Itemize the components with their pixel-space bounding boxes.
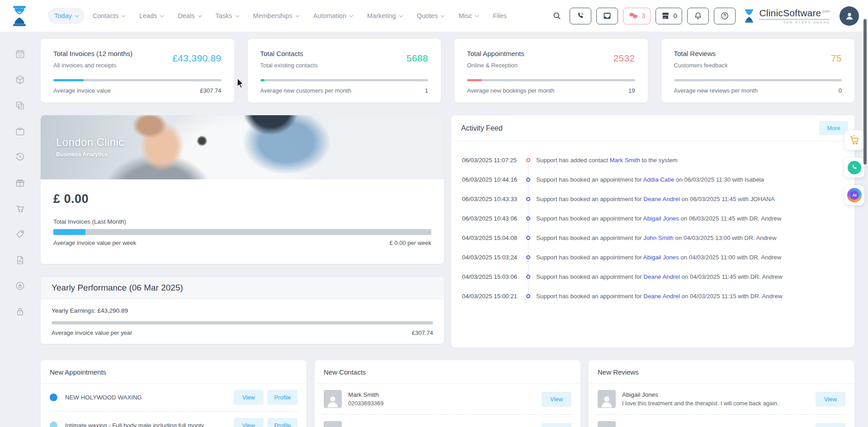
avg-year-label: Average invoice value per year <box>52 329 132 336</box>
nav-item-contacts[interactable]: Contacts <box>86 8 131 24</box>
notifications-button[interactable] <box>687 8 709 24</box>
feed-text: Support has booked an appointment for De… <box>536 293 783 300</box>
view-button[interactable]: View <box>234 418 264 427</box>
stat-value: 75 <box>831 53 842 64</box>
chevron-down-icon <box>75 13 78 17</box>
feed-marker <box>520 267 536 286</box>
feed-text: Support has booked an appointment for Jo… <box>536 235 777 241</box>
copy-icon[interactable] <box>15 100 26 111</box>
calendar-import-icon[interactable] <box>15 126 26 137</box>
inbox-icon <box>603 11 612 20</box>
feed-marker <box>520 209 536 228</box>
clinic-overview-card: London Clinic Business Analytics £ 0.00 … <box>41 115 444 264</box>
view-button[interactable]: View <box>234 390 264 405</box>
nav-item-today[interactable]: Today <box>48 8 85 24</box>
feed-timestamp: 04/03/2025 15:03:24 <box>462 254 520 261</box>
feed-timestamp: 06/03/2025 10:43:06 <box>462 215 520 222</box>
feed-marker <box>520 189 536 209</box>
feed-row: 06/03/2025 10:44:16 Support has booked a… <box>462 170 844 189</box>
stat-footer-label: Average new reviews per month <box>674 87 758 94</box>
contact-link[interactable]: Abigail Jones <box>643 254 679 261</box>
bell-icon <box>693 11 703 20</box>
nav-item-files[interactable]: Files <box>486 8 513 24</box>
tag-icon[interactable] <box>15 229 26 240</box>
person-icon <box>599 393 614 408</box>
calls-button[interactable] <box>570 8 591 24</box>
whatsapp-icon[interactable] <box>844 158 864 178</box>
stat-footer-label: Average new bookings per month <box>467 87 554 94</box>
nav-item-memberships[interactable]: Memberships <box>247 8 305 24</box>
chevron-down-icon <box>122 13 125 17</box>
contact-link[interactable]: John Smith <box>643 235 674 241</box>
feed-text: Support has added contact Mark Smith to … <box>536 157 678 164</box>
chevron-down-icon <box>399 13 402 17</box>
chat-icon <box>628 11 638 21</box>
feed-timestamp: 06/03/2025 11:07:25 <box>462 157 520 164</box>
last-month-progressbar <box>53 229 431 235</box>
chat-button[interactable]: 3 <box>623 8 651 24</box>
nav-item-leads[interactable]: Leads <box>133 8 170 24</box>
stat-title: Total Contacts <box>260 50 429 57</box>
feed-text: Support has booked an appointment for De… <box>536 273 783 280</box>
nav-item-misc[interactable]: Misc <box>452 8 485 24</box>
nav-item-quotes[interactable]: Quotes <box>410 8 451 24</box>
feed-timestamp: 06/03/2025 10:44:16 <box>462 176 520 183</box>
main-content: Total Invoices (12 months) All invoices … <box>41 32 854 427</box>
contact-link[interactable]: Mark Smith <box>610 157 640 164</box>
lock-icon[interactable] <box>15 306 26 317</box>
left-sidebar: 12 <box>0 32 41 427</box>
store-button[interactable]: 0 <box>656 8 682 24</box>
account-lock-icon[interactable] <box>15 281 26 291</box>
cart-orange-icon[interactable] <box>844 130 864 150</box>
brand-name: ClinicSoftware <box>759 8 821 18</box>
vertical-scrollbar[interactable] <box>863 19 867 164</box>
brand-tld: .com <box>821 9 830 14</box>
contact-link[interactable]: Deane Andrel <box>643 196 680 202</box>
nav-item-deals[interactable]: Deals <box>171 8 207 24</box>
view-button[interactable]: View <box>542 392 571 407</box>
avatar-icon <box>844 10 855 21</box>
view-button[interactable]: View <box>542 423 571 427</box>
calendar-icon[interactable]: 12 <box>15 49 26 60</box>
clinic-name: London Clinic <box>56 136 124 149</box>
stat-progressbar <box>467 79 635 81</box>
profile-button[interactable]: Profile <box>268 418 297 427</box>
activity-more-button[interactable]: More <box>819 121 848 135</box>
nav-item-tasks[interactable]: Tasks <box>209 8 245 24</box>
store-count-badge: 0 <box>673 12 677 19</box>
stat-title: Total Appointments <box>467 50 635 57</box>
view-button[interactable]: View <box>816 423 845 427</box>
last-month-amount: £ 0.00 <box>53 192 431 206</box>
stat-progressbar <box>260 79 429 81</box>
nav-item-marketing[interactable]: Marketing <box>361 8 409 24</box>
view-button[interactable]: View <box>816 392 845 407</box>
hourglass-icon <box>10 5 28 27</box>
history-icon[interactable] <box>15 152 26 163</box>
gift-icon[interactable] <box>15 178 26 188</box>
cart-icon[interactable] <box>15 203 26 214</box>
inbox-button[interactable] <box>596 8 618 24</box>
timeline-dot-icon <box>526 216 530 221</box>
search-button[interactable] <box>550 9 565 23</box>
person-icon <box>599 424 614 427</box>
feed-row: 06/03/2025 10:43:33 Support has booked a… <box>462 189 844 209</box>
contact-link[interactable]: Deane Andrel <box>643 273 680 280</box>
app-logo-icon[interactable] <box>9 5 30 27</box>
yearly-performance-title: Yearly Performance (06 Mar 2025) <box>41 277 444 299</box>
contact-link[interactable]: Addia Catie <box>643 176 675 183</box>
chevron-down-icon <box>295 13 299 17</box>
profile-button[interactable]: Profile <box>268 390 297 405</box>
quick-action-bar: AI <box>844 130 864 205</box>
package-icon[interactable] <box>15 75 26 85</box>
contact-link[interactable]: Abigail Jones <box>643 215 679 222</box>
timeline-dot-icon <box>526 236 530 240</box>
help-button[interactable] <box>714 8 736 24</box>
report-icon[interactable] <box>15 255 26 266</box>
contact-link[interactable]: Deane Andrel <box>643 293 680 300</box>
ai-icon[interactable]: AI <box>844 185 864 205</box>
user-avatar-button[interactable] <box>840 6 859 26</box>
avatar <box>598 421 616 427</box>
stat-progress-fill <box>260 79 264 81</box>
nav-item-automation[interactable]: Automation <box>307 8 359 24</box>
feed-timestamp: 04/03/2025 15:03:06 <box>462 273 520 280</box>
